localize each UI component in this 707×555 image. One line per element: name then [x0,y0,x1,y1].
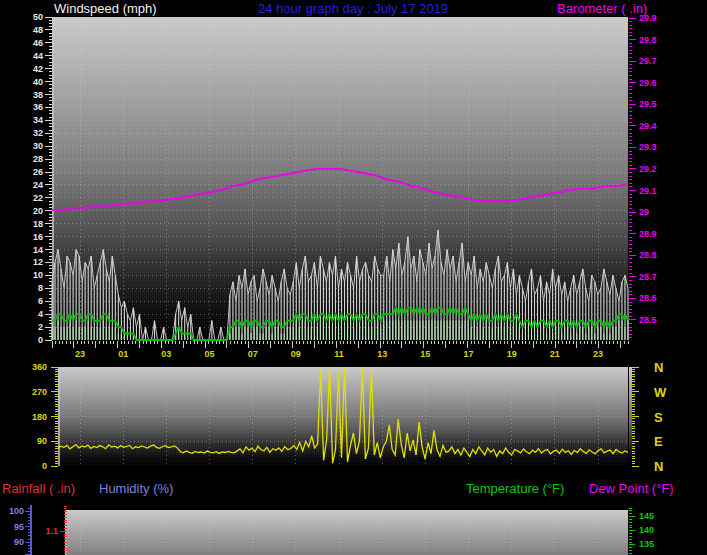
svg-text:17: 17 [463,349,473,359]
svg-text:36: 36 [33,102,43,112]
svg-text:46: 46 [33,38,43,48]
temperature-title: Temperature (°F) [466,482,564,496]
svg-text:13: 13 [377,349,387,359]
svg-text:28.8: 28.8 [639,250,657,260]
svg-text:07: 07 [248,349,258,359]
svg-text:48: 48 [33,25,43,35]
svg-text:180: 180 [32,412,47,422]
svg-text:19: 19 [507,349,517,359]
svg-text:14: 14 [33,245,43,255]
svg-text:15: 15 [420,349,430,359]
svg-text:1.1: 1.1 [45,526,58,536]
humidity-title: Humidity (%) [99,482,173,496]
svg-text:135: 135 [639,539,654,549]
svg-text:01: 01 [118,349,128,359]
svg-text:42: 42 [33,64,43,74]
svg-text:W: W [654,385,667,400]
svg-text:29.6: 29.6 [639,78,657,88]
svg-text:18: 18 [33,219,43,229]
svg-text:29.4: 29.4 [639,121,657,131]
svg-text:16: 16 [33,232,43,242]
svg-text:29.3: 29.3 [639,142,657,152]
weather-graphs-canvas: 5048464442403836343230282624222018161412… [0,0,707,555]
svg-text:N: N [654,360,663,375]
svg-text:90: 90 [37,436,47,446]
svg-text:40: 40 [33,77,43,87]
svg-text:28.6: 28.6 [639,293,657,303]
svg-text:34: 34 [33,115,43,125]
svg-text:90: 90 [14,537,24,547]
svg-text:03: 03 [161,349,171,359]
svg-text:4: 4 [38,309,43,319]
svg-text:30: 30 [33,141,43,151]
svg-text:28: 28 [33,154,43,164]
svg-text:50: 50 [33,12,43,22]
svg-text:29.5: 29.5 [639,99,657,109]
svg-text:100: 100 [9,506,24,516]
windspeed-title: Windspeed (mph) [54,2,157,16]
svg-text:21: 21 [550,349,560,359]
svg-text:24: 24 [33,180,43,190]
svg-text:05: 05 [204,349,214,359]
rainfall-title: Rainfall ( .in) [2,482,75,496]
svg-text:23: 23 [593,349,603,359]
dew-point-title: Dew Point (°F) [589,482,674,496]
svg-text:270: 270 [32,387,47,397]
svg-text:S: S [654,410,663,425]
svg-text:44: 44 [33,51,43,61]
svg-text:29.1: 29.1 [639,186,657,196]
svg-text:22: 22 [33,193,43,203]
svg-text:0: 0 [38,335,43,345]
weather-graph-page: Windspeed (mph) 24 hour graph day : July… [0,0,707,555]
svg-text:140: 140 [639,525,654,535]
svg-text:10: 10 [33,270,43,280]
svg-text:29.8: 29.8 [639,35,657,45]
svg-text:29.7: 29.7 [639,56,657,66]
svg-text:145: 145 [639,511,654,521]
svg-text:28.7: 28.7 [639,272,657,282]
svg-text:23: 23 [75,349,85,359]
svg-text:11: 11 [334,349,344,359]
svg-text:2: 2 [38,322,43,332]
svg-text:360: 360 [32,362,47,372]
svg-text:29: 29 [639,207,649,217]
svg-text:95: 95 [14,522,24,532]
svg-text:28.9: 28.9 [639,229,657,239]
svg-text:E: E [654,434,663,449]
svg-text:29.2: 29.2 [639,164,657,174]
svg-text:28.5: 28.5 [639,315,657,325]
svg-text:6: 6 [38,296,43,306]
svg-text:N: N [654,459,663,474]
svg-text:12: 12 [33,257,43,267]
svg-text:20: 20 [33,206,43,216]
barometer-title: Barometer ( .in) [557,2,647,16]
svg-text:0: 0 [42,461,47,471]
svg-text:32: 32 [33,128,43,138]
svg-text:8: 8 [38,283,43,293]
graph-date-title: 24 hour graph day : July 17 2019 [258,2,448,16]
svg-text:26: 26 [33,167,43,177]
svg-text:09: 09 [291,349,301,359]
svg-text:38: 38 [33,90,43,100]
